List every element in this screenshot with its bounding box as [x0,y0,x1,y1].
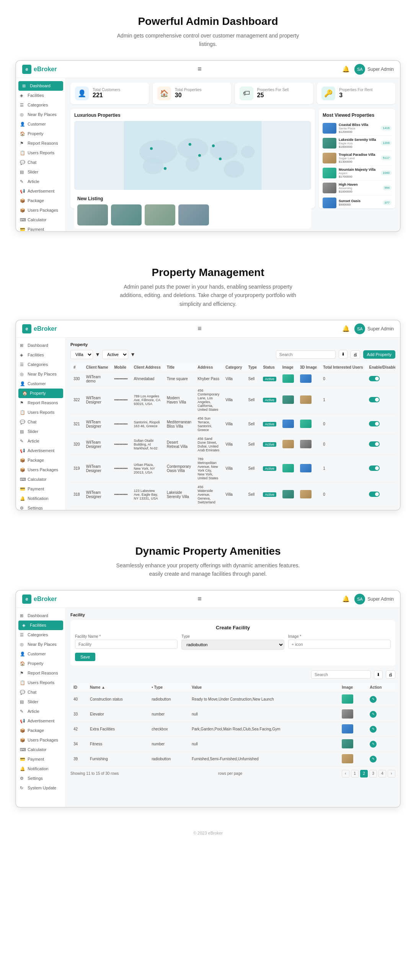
property-search-input[interactable] [276,350,336,359]
sidebar-item-report[interactable]: ⚑ Report Reasons [16,139,65,148]
facility-sidebar-usersreports[interactable]: 📋 Users Reports [16,678,65,688]
facility-hamburger-icon[interactable]: ≡ [197,595,202,603]
fac-edit-btn[interactable]: ✎ [370,696,377,703]
fac-edit-btn[interactable]: ✎ [370,711,377,718]
facility-sidebar-settings[interactable]: ⚙ Settings [16,774,65,783]
facility-sidebar-chat[interactable]: 💬 Chat [16,688,65,697]
export-icon-btn[interactable]: ⬇ [339,350,347,359]
cell-toggle[interactable] [366,414,395,434]
sidebar-item-slider[interactable]: ▤ Slider [16,167,65,177]
property-notification-icon[interactable]: 🔔 [342,325,350,332]
sidebar-item-customer[interactable]: 👤 Customer [16,119,65,129]
property-sidebar-calculator[interactable]: ⌨ Calculator [16,475,65,484]
fac-edit-btn[interactable]: ✎ [370,756,377,763]
sidebar-item-calculator[interactable]: ⌨ Calculator [16,215,65,225]
facility-sidebar-article[interactable]: ✎ Article [16,707,65,716]
property-sidebar-advertisement[interactable]: 📢 Advertisement [16,446,65,456]
sidebar-item-categories[interactable]: ☰ Categories [16,100,65,110]
sidebar-item-dashboard[interactable]: ⊞ Dashboard [18,81,63,91]
page-btn-2[interactable]: 2 [360,770,368,777]
property-table-container: # Client Name Mobile Client Address Titl… [70,363,395,507]
next-page-btn[interactable]: › [388,770,395,777]
facility-sidebar-facilities[interactable]: ◈ Facilities [18,621,63,630]
cell-toggle[interactable] [366,434,395,454]
print-icon-btn[interactable]: 🖨 [351,350,360,359]
property-admin-badge: SA Super Admin [354,323,394,334]
cell-toggle[interactable] [366,386,395,414]
prev-page-btn[interactable]: ‹ [342,770,349,777]
property-sidebar-report[interactable]: ⚑ Report Reasons [16,398,65,408]
facility-sidebar-calculator[interactable]: ⌨ Calculator [16,745,65,755]
facility-table: ID Name ▲ • Type Value Image Action 40 C… [70,683,395,767]
villa-filter-select[interactable]: Villa [70,350,93,359]
property-sidebar-slider[interactable]: ▤ Slider [16,427,65,436]
property-sidebar-dashboard[interactable]: ⊞ Dashboard [16,341,65,350]
sidebar-item-package[interactable]: 📦 Package [16,196,65,206]
facility-sidebar-property[interactable]: 🏠 Property [16,659,65,668]
cell-addr: 456 Waterside Avenue, Geneva, Switzerlan… [194,482,222,506]
facility-sidebar-payment[interactable]: 💳 Payment [16,755,65,764]
property-sidebar-facilities[interactable]: ◈ Facilities [16,350,65,360]
sidebar-item-payment[interactable]: 💳 Payment [16,225,65,231]
facility-sidebar-dashboard[interactable]: ⊞ Dashboard [16,611,65,621]
facility-sidebar-report[interactable]: ⚑ Report Reasons [16,668,65,678]
add-property-button[interactable]: Add Property [363,350,395,359]
property-sidebar-usersreports[interactable]: 📋 Users Reports [16,408,65,417]
customers-icon: 👤 [75,87,89,100]
sidebar-item-userspackages[interactable]: 📦 Users Packages [16,206,65,215]
cell-toggle[interactable] [366,482,395,506]
facility-sidebar-notification[interactable]: 🔔 Notification [16,764,65,774]
property-sidebar-notification[interactable]: 🔔 Notification [16,494,65,503]
section2-header: Property Management Admin panel puts the… [0,247,416,316]
property-sidebar-payment[interactable]: 💳 Payment [16,484,65,494]
property-sidebar-article[interactable]: ✎ Article [16,436,65,446]
sidebar-item-article[interactable]: ✎ Article [16,177,65,186]
property-sidebar-property[interactable]: 🏠 Property [18,389,63,398]
notification-icon[interactable]: 🔔 [342,65,350,73]
property-sidebar-package[interactable]: 📦 Package [16,456,65,465]
sidebar-item-property[interactable]: 🏠 Property [16,129,65,139]
sidebar-item-facilities[interactable]: ◈ Facilities [16,91,65,100]
facility-search-input[interactable] [311,670,371,679]
sidebar-label-package: Package [28,198,44,203]
sidebar-item-usersreports[interactable]: 📋 Users Reports [16,148,65,158]
facility-sidebar-userspackages[interactable]: 📦 Users Packages [16,735,65,745]
save-facility-button[interactable]: Save [75,653,95,661]
page-btn-1[interactable]: 1 [351,770,359,777]
cell-toggle[interactable] [366,454,395,482]
prop-name-3: Tropical Paradise Villa [339,153,375,157]
facility-print-btn[interactable]: 🖨 [386,670,395,679]
section1-desc: Admin gets comprehensive control over cu… [113,31,304,49]
sidebar-item-chat[interactable]: 💬 Chat [16,158,65,167]
property-sidebar-settings[interactable]: ⚙ Settings [16,503,65,510]
fac-edit-btn[interactable]: ✎ [370,741,377,748]
property-sidebar-chat[interactable]: 💬 Chat [16,417,65,427]
property-sidebar-categories[interactable]: ☰ Categories [16,360,65,369]
page-btn-4[interactable]: 4 [378,770,386,777]
facility-sidebar-slider[interactable]: ▤ Slider [16,697,65,707]
sidebar-item-nearbyplaces[interactable]: ◎ Near By Places [16,110,65,119]
fac-edit-btn[interactable]: ✎ [370,726,377,733]
facility-type-select[interactable]: radiobutton number checkbox [181,640,284,650]
property-sidebar-customer[interactable]: 👤 Customer [16,379,65,389]
property-sidebar-nearbyplaces[interactable]: ◎ Near By Places [16,369,65,379]
facility-sidebar-package[interactable]: 📦 Package [16,726,65,735]
hamburger-icon[interactable]: ≡ [197,65,202,73]
sidebar-item-advertisement[interactable]: 📢 Advertisement [16,186,65,196]
facility-sidebar-advertisement[interactable]: 📢 Advertisement [16,716,65,726]
facility-icon-input[interactable] [288,640,391,649]
page-btn-3[interactable]: 3 [369,770,377,777]
facility-export-btn[interactable]: ⬇ [374,670,383,679]
property-sidebar-userspackages[interactable]: 📦 Users Packages [16,465,65,475]
facility-page-label: Facility [70,612,395,617]
cell-toggle[interactable] [366,372,395,386]
facility-notification-icon[interactable]: 🔔 [342,595,350,603]
facility-sidebar-customer[interactable]: 👤 Customer [16,649,65,659]
property-hamburger-icon[interactable]: ≡ [197,325,202,333]
facility-sidebar-systemupdate[interactable]: ↻ System Update [16,783,65,793]
facility-sidebar-nearbyplaces[interactable]: ◎ Near By Places [16,640,65,649]
facility-name-input[interactable] [75,640,178,649]
fac-dashboard-icon: ⊞ [20,613,25,618]
active-filter-select[interactable]: Active [102,350,128,359]
facility-sidebar-categories[interactable]: ☰ Categories [16,630,65,640]
